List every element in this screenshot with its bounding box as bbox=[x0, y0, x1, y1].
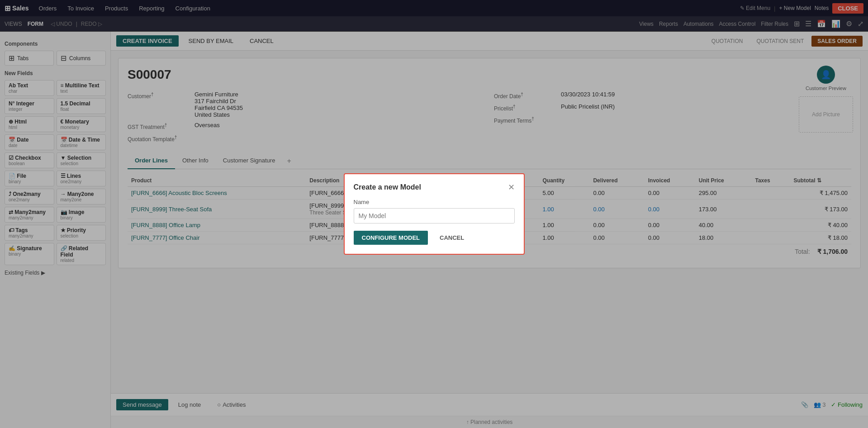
modal-name-input[interactable] bbox=[354, 208, 515, 224]
configure-model-button[interactable]: CONFIGURE MODEL bbox=[354, 231, 428, 245]
modal-name-label: Name bbox=[354, 199, 515, 205]
modal-title: Create a new Model bbox=[354, 183, 421, 191]
create-model-modal: Create a new Model ✕ Name CONFIGURE MODE… bbox=[344, 173, 525, 255]
modal-cancel-button[interactable]: CANCEL bbox=[433, 231, 470, 245]
modal-overlay[interactable]: Create a new Model ✕ Name CONFIGURE MODE… bbox=[0, 0, 868, 428]
modal-close-button[interactable]: ✕ bbox=[508, 183, 515, 191]
modal-footer: CONFIGURE MODEL CANCEL bbox=[354, 231, 515, 245]
modal-header: Create a new Model ✕ bbox=[354, 183, 515, 191]
